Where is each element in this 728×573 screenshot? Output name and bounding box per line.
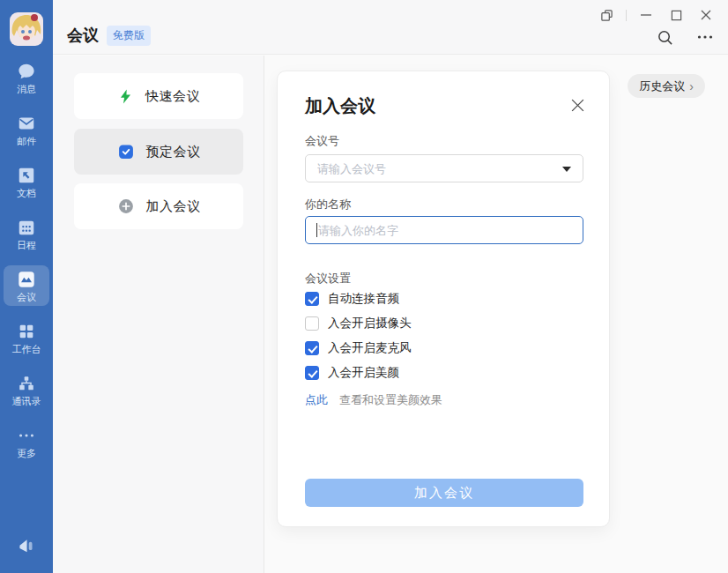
quick-meeting-button[interactable]: 快速会议 <box>74 73 243 119</box>
beauty-settings-text: 查看和设置美颜效果 <box>339 392 442 408</box>
name-field[interactable] <box>305 216 583 244</box>
workbench-icon <box>17 322 36 341</box>
app-window: 消息 邮件 文档 日程 <box>0 0 728 573</box>
dropdown-caret-icon[interactable] <box>562 167 571 172</box>
header-bar: 会议 免费版 <box>53 0 728 55</box>
page-title: 会议 <box>67 25 99 46</box>
meeting-id-label: 会议号 <box>305 133 339 149</box>
join-meeting-nav-button[interactable]: 加入会议 <box>74 183 243 229</box>
history-meetings-label: 历史会议 <box>639 78 685 94</box>
more-menu-button[interactable] <box>693 26 717 48</box>
text-cursor <box>316 223 317 237</box>
sidebar-item-contacts[interactable]: 通讯录 <box>4 369 49 410</box>
sidebar: 消息 邮件 文档 日程 <box>0 0 53 573</box>
mail-icon <box>17 114 36 133</box>
join-meeting-dialog: 加入会议 会议号 你的名称 会议设置 自动连接音频 <box>277 71 610 527</box>
free-version-badge: 免费版 <box>107 26 151 46</box>
join-meeting-submit-button[interactable]: 加入会议 <box>305 479 583 507</box>
sidebar-item-label: 更多 <box>17 448 36 458</box>
checkbox[interactable] <box>305 292 319 306</box>
user-avatar[interactable] <box>10 12 43 46</box>
sidebar-item-workbench[interactable]: 工作台 <box>4 317 49 358</box>
lightning-icon <box>117 88 134 105</box>
announcement-megaphone-button[interactable] <box>15 532 38 559</box>
option-label: 入会开启麦克风 <box>328 340 412 356</box>
minimize-button[interactable] <box>631 4 661 26</box>
name-input[interactable] <box>306 217 583 243</box>
dialog-title: 加入会议 <box>305 94 375 118</box>
sidebar-item-mail[interactable]: 邮件 <box>4 109 49 150</box>
sidebar-item-meeting[interactable]: 会议 <box>4 265 49 306</box>
header-tools <box>652 26 717 48</box>
option-mic-on-join[interactable]: 入会开启麦克风 <box>305 340 412 356</box>
checkbox[interactable] <box>305 316 319 331</box>
more-dots-icon <box>17 426 36 445</box>
minimize-icon <box>640 9 652 21</box>
meeting-settings-label: 会议设置 <box>305 271 351 286</box>
maximize-button[interactable] <box>661 4 691 26</box>
sidebar-item-calendar[interactable]: 日程 <box>4 213 49 254</box>
sidebar-item-label: 消息 <box>17 84 36 94</box>
sidebar-item-messages[interactable]: 消息 <box>4 57 49 98</box>
sidebar-item-label: 邮件 <box>17 136 36 146</box>
chat-bubble-icon <box>17 62 36 81</box>
option-beauty-on-join[interactable]: 入会开启美颜 <box>305 365 399 381</box>
contacts-org-icon <box>17 374 36 393</box>
option-label: 入会开启摄像头 <box>328 316 412 331</box>
quick-meeting-label: 快速会议 <box>145 88 200 105</box>
dialog-close-button[interactable] <box>567 94 588 115</box>
schedule-meeting-button[interactable]: 预定会议 <box>74 129 243 175</box>
calendar-check-icon <box>117 143 135 160</box>
checkbox[interactable] <box>305 366 319 380</box>
close-icon <box>570 98 585 113</box>
window-controls <box>591 4 721 26</box>
meeting-actions-panel: 快速会议 预定会议 加入会议 <box>53 56 264 573</box>
meeting-icon <box>17 270 36 289</box>
meeting-id-input[interactable] <box>306 155 583 182</box>
name-label: 你的名称 <box>305 197 351 212</box>
schedule-meeting-label: 预定会议 <box>146 144 201 160</box>
close-window-button[interactable] <box>691 4 721 26</box>
sidebar-item-more[interactable]: 更多 <box>4 421 49 462</box>
popout-window-button[interactable] <box>591 4 621 26</box>
megaphone-icon <box>15 532 38 555</box>
chevron-right-icon: › <box>689 79 694 93</box>
close-icon <box>700 9 712 21</box>
popout-icon <box>600 9 613 22</box>
sidebar-item-label: 会议 <box>17 292 36 302</box>
ellipsis-icon <box>696 28 714 46</box>
sidebar-item-label: 通讯录 <box>12 396 41 406</box>
sidebar-item-label: 文档 <box>17 188 36 198</box>
sidebar-item-label: 工作台 <box>12 344 41 354</box>
option-auto-connect-audio[interactable]: 自动连接音频 <box>305 291 399 307</box>
option-label: 入会开启美颜 <box>328 365 399 381</box>
beauty-settings-link[interactable]: 点此 <box>305 392 328 408</box>
option-label: 自动连接音频 <box>328 291 399 307</box>
join-meeting-nav-label: 加入会议 <box>146 198 201 215</box>
sidebar-item-label: 日程 <box>17 240 36 250</box>
main-content: 历史会议 › 加入会议 会议号 你的名称 会议设置 <box>265 56 728 573</box>
plus-circle-icon <box>117 197 135 215</box>
docs-icon <box>17 166 36 185</box>
calendar-icon <box>17 218 36 237</box>
avatar-image <box>10 12 43 46</box>
window-controls-separator <box>626 10 627 21</box>
checkbox[interactable] <box>305 341 319 355</box>
beauty-settings-row: 点此 查看和设置美颜效果 <box>305 392 442 408</box>
maximize-icon <box>671 10 682 21</box>
sidebar-item-docs[interactable]: 文档 <box>4 161 49 202</box>
search-icon <box>657 29 673 46</box>
meeting-id-select[interactable] <box>305 154 583 182</box>
search-button[interactable] <box>652 26 677 48</box>
option-camera-on-join[interactable]: 入会开启摄像头 <box>305 316 412 331</box>
history-meetings-button[interactable]: 历史会议 › <box>628 74 705 98</box>
